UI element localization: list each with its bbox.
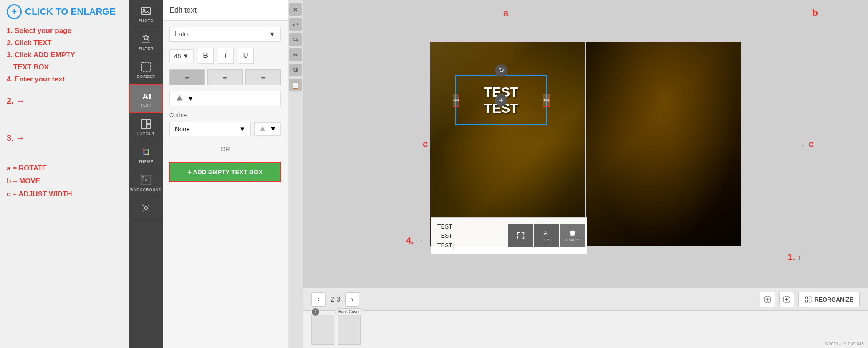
share-button[interactable] [779, 292, 794, 307]
move-handle[interactable]: ✛ [495, 94, 507, 107]
svg-point-11 [143, 154, 145, 156]
outline-selector[interactable]: None ▼ [169, 122, 251, 136]
floating-text-content[interactable]: TEST TEST TEST| [431, 218, 507, 254]
prev-page-button[interactable]: ‹ [311, 292, 326, 307]
or-divider: OR [169, 145, 281, 152]
color-picker[interactable]: ▼ [169, 91, 281, 106]
label-4: 4. → [406, 235, 424, 246]
thumbnail-back-cover[interactable]: Back Cover [338, 315, 361, 345]
cut-button[interactable]: ✂ [289, 48, 302, 61]
align-left-button[interactable]: ≡ [169, 69, 205, 85]
fill-color-icon [175, 94, 184, 103]
step2-num: 2. [7, 96, 14, 106]
sidebar-item-layout[interactable]: LAYOUT [129, 113, 163, 141]
text-btn[interactable]: AI TEXT [534, 224, 559, 247]
sidebar-item-background[interactable]: BACKGROUND [129, 169, 163, 197]
outline-fill-icon [259, 125, 266, 133]
font-size-value: 48 [174, 52, 181, 59]
border-icon [140, 61, 152, 73]
font-size-selector[interactable]: 48 ▼ [169, 49, 194, 62]
svg-rect-16 [142, 179, 144, 181]
right-width-handle[interactable]: ⟺ [543, 94, 550, 107]
svg-point-12 [148, 154, 150, 156]
photo-icon [140, 5, 152, 17]
italic-button[interactable]: I [218, 48, 234, 64]
outline-label: Outline [169, 112, 281, 118]
thumbnail-page-4[interactable]: 4 [311, 315, 334, 345]
outline-arrow: ▼ [239, 125, 245, 132]
sidebar-text-label: TEXT [140, 103, 151, 107]
step3-marker: 3. → [7, 133, 123, 143]
delete-btn[interactable]: EMPTY [560, 224, 585, 247]
arrow-to-a: → [511, 12, 517, 18]
svg-rect-22 [805, 297, 807, 299]
svg-point-18 [145, 207, 148, 210]
font-size-row: 48 ▼ B I U [169, 48, 281, 64]
copy-button[interactable]: ⧉ [289, 64, 302, 76]
redo-button[interactable]: ↪ [289, 33, 302, 46]
svg-rect-25 [809, 300, 811, 302]
step3b-text: TEXT BOX [7, 61, 123, 74]
sidebar-border-label: BORDER [136, 74, 155, 79]
rotate-handle[interactable]: ↻ [495, 64, 507, 77]
add-empty-text-button[interactable]: + ADD EMPTY TEXT BOX [169, 162, 281, 182]
underline-button[interactable]: U [238, 48, 254, 64]
font-dropdown-icon: ▼ [269, 30, 275, 38]
align-center-button[interactable]: ≡ [207, 69, 243, 85]
left-width-handle[interactable]: ⟺ [453, 94, 459, 107]
thumbnail-strip: 4 Back Cover [303, 310, 868, 348]
nav-bar: ‹ 2-3 › [303, 288, 868, 310]
resize-btn[interactable] [508, 224, 533, 247]
right-page-bg [586, 42, 741, 246]
sidebar-layout-label: LAYOUT [137, 132, 155, 136]
label-c-right: ← c [801, 139, 814, 150]
text-line-2: TEST [437, 231, 501, 240]
instruction-panel: + CLICK TO ENLARGE 1. Select your page 2… [0, 0, 129, 348]
sidebar-item-theme[interactable]: THEME [129, 141, 163, 169]
click-to-enlarge-text: CLICK TO ENLARGE [25, 6, 116, 17]
canvas-container[interactable]: a b → → ↻ TESTTEST ✛ ⟺ ⟺ [303, 0, 868, 288]
reorganize-button[interactable]: REORGANIZE [798, 292, 860, 307]
text-line-3: TEST| [437, 241, 501, 250]
font-name: Lato [175, 30, 188, 38]
outline-color-arrow: ▼ [270, 125, 276, 133]
svg-rect-7 [147, 124, 150, 128]
sidebar-item-settings[interactable] [129, 197, 163, 219]
align-row: ≡ ≡ ≡ [169, 69, 281, 85]
outline-color-picker[interactable]: ▼ [254, 122, 281, 136]
sidebar: PHOTO FILTER BORDER AI TEXT LAYOUT [129, 0, 163, 348]
add-page-button[interactable] [760, 292, 775, 307]
sidebar-theme-label: THEME [139, 160, 154, 164]
legend-c: c = ADJUST WIDTH [7, 188, 123, 201]
svg-rect-14 [142, 176, 144, 178]
step2-marker: 2. → [7, 96, 123, 106]
sidebar-item-text[interactable]: AI TEXT [129, 84, 163, 113]
color-row: ▼ [169, 91, 281, 106]
click-to-enlarge-header[interactable]: + CLICK TO ENLARGE [7, 4, 123, 19]
color-dropdown-icon: ▼ [187, 95, 194, 102]
undo-button[interactable]: ↩ [289, 18, 302, 31]
layout-icon [140, 118, 152, 130]
next-page-button[interactable]: › [345, 292, 359, 307]
align-right-button[interactable]: ≡ [245, 69, 281, 85]
close-button[interactable]: ✕ [289, 3, 302, 16]
svg-rect-23 [809, 297, 811, 299]
resize-icon [516, 231, 525, 240]
delete-icon [569, 229, 576, 236]
outline-section: Outline None ▼ ▼ [169, 112, 281, 136]
sidebar-item-border[interactable]: BORDER [129, 56, 163, 84]
text-box-overlay[interactable]: ↻ TESTTEST ✛ ⟺ ⟺ [455, 75, 547, 125]
svg-text:AI: AI [544, 230, 548, 236]
sidebar-item-filter[interactable]: FILTER [129, 28, 163, 56]
svg-rect-24 [805, 300, 807, 302]
font-selector[interactable]: Lato ▼ [169, 27, 281, 42]
sidebar-item-photo[interactable]: PHOTO [129, 0, 163, 28]
right-page[interactable] [586, 42, 741, 246]
bold-button[interactable]: B [198, 48, 214, 64]
step4-text: 4. Enter your text [7, 74, 123, 86]
floating-text-bar[interactable]: TEST TEST TEST| AI TEXT [431, 217, 587, 254]
paste-button[interactable]: 📋 [289, 79, 302, 91]
editor-panel: Edit text Lato ▼ 48 ▼ B I U ≡ ≡ ≡ [163, 0, 288, 348]
background-icon [140, 174, 152, 186]
left-page[interactable]: ↻ TESTTEST ✛ ⟺ ⟺ [430, 42, 585, 246]
